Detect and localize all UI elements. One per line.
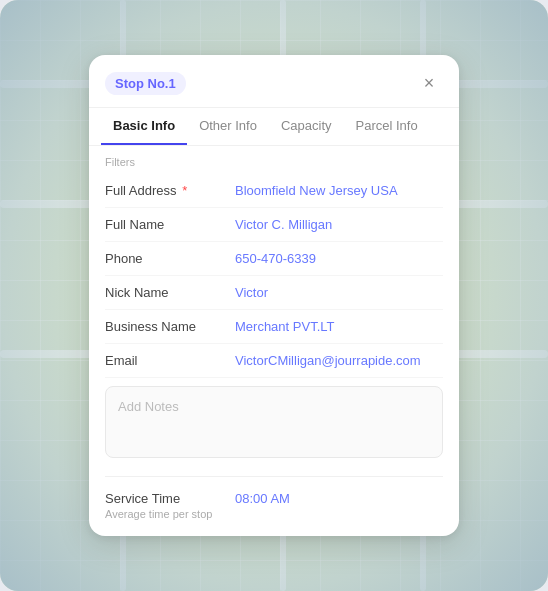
table-row: Full Name Victor C. Milligan [105, 208, 443, 242]
field-value-phone: 650-470-6339 [235, 251, 443, 266]
table-row: Email VictorCMilligan@jourrapide.com [105, 344, 443, 378]
divider [105, 476, 443, 477]
field-label-phone: Phone [105, 251, 235, 266]
required-star: * [179, 183, 188, 198]
notes-textarea[interactable] [105, 386, 443, 458]
service-time-label-block: Service Time Average time per stop [105, 491, 235, 520]
stop-badge: Stop No.1 [105, 72, 186, 95]
filters-label: Filters [105, 156, 443, 168]
field-label-business: Business Name [105, 319, 235, 334]
panel-body: Filters Full Address * Bloomfield New Je… [89, 146, 459, 536]
field-label-nickname: Nick Name [105, 285, 235, 300]
field-value-address: Bloomfield New Jersey USA [235, 183, 443, 198]
field-label-address: Full Address * [105, 183, 235, 198]
service-time-value: 08:00 AM [235, 491, 443, 506]
field-label-email: Email [105, 353, 235, 368]
table-row: Phone 650-470-6339 [105, 242, 443, 276]
field-value-business: Merchant PVT.LT [235, 319, 443, 334]
table-row: Nick Name Victor [105, 276, 443, 310]
service-time-label: Service Time [105, 491, 235, 506]
tab-parcel-info[interactable]: Parcel Info [344, 108, 430, 145]
tab-basic-info[interactable]: Basic Info [101, 108, 187, 145]
field-value-nickname: Victor [235, 285, 443, 300]
service-time-sublabel: Average time per stop [105, 508, 235, 520]
tab-bar: Basic Info Other Info Capacity Parcel In… [89, 108, 459, 146]
panel-header: Stop No.1 × [89, 55, 459, 108]
service-time-row: Service Time Average time per stop 08:00… [105, 481, 443, 524]
info-panel: Stop No.1 × Basic Info Other Info Capaci… [89, 55, 459, 536]
tab-capacity[interactable]: Capacity [269, 108, 344, 145]
close-button[interactable]: × [415, 69, 443, 97]
tab-other-info[interactable]: Other Info [187, 108, 269, 145]
field-value-email: VictorCMilligan@jourrapide.com [235, 353, 443, 368]
table-row: Full Address * Bloomfield New Jersey USA [105, 174, 443, 208]
field-label-fullname: Full Name [105, 217, 235, 232]
table-row: Business Name Merchant PVT.LT [105, 310, 443, 344]
field-value-fullname: Victor C. Milligan [235, 217, 443, 232]
